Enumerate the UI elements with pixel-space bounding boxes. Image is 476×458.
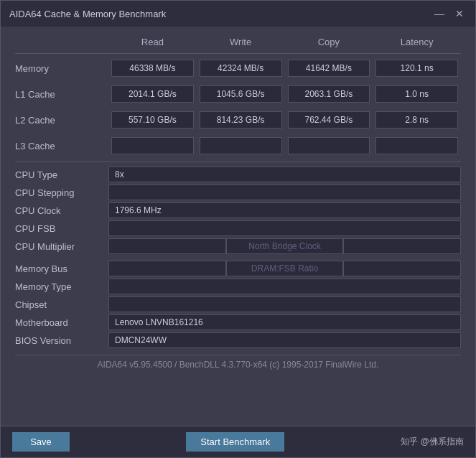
l1-latency-value: 1.0 ns [375, 85, 458, 103]
write-header: Write [197, 34, 285, 50]
dram-fsb-label: DRAM:FSB Ratio [226, 261, 344, 276]
l2-copy-value: 762.44 GB/s [288, 111, 370, 128]
window-title: AIDA64 Cache & Memory Benchmark [9, 9, 166, 19]
memory-latency-value: 120.1 ns [375, 60, 458, 77]
cpu-stepping-row: CPU Stepping [15, 184, 461, 200]
memory-write-value: 42324 MB/s [200, 60, 282, 77]
memory-bus-label: Memory Bus [15, 263, 108, 274]
memory-copy-value: 41642 MB/s [288, 60, 370, 77]
chipset-label: Chipset [15, 299, 108, 310]
memory-type-label: Memory Type [15, 281, 108, 292]
cpu-multiplier-row: CPU Multiplier North Bridge Clock [15, 238, 461, 254]
memory-bus-value [108, 261, 226, 276]
cpu-type-value: 8x [108, 167, 461, 182]
l1-copy-cell: 2063.1 GB/s [285, 84, 373, 104]
dram-fsb-value [343, 261, 461, 276]
l2-latency-value: 2.8 ns [375, 111, 458, 128]
l3-copy-cell [285, 136, 373, 156]
cpu-stepping-label: CPU Stepping [15, 187, 108, 198]
main-window: AIDA64 Cache & Memory Benchmark — ✕ Read… [0, 0, 476, 458]
l1-label: L1 Cache [15, 89, 108, 100]
benchmark-section: Memory 46338 MB/s 42324 MB/s 41642 MB/s … [15, 53, 461, 162]
north-bridge-value [343, 238, 461, 254]
memory-copy-cell: 41642 MB/s [285, 58, 373, 78]
cpu-stepping-value [108, 184, 461, 200]
l1-read-value: 2014.1 GB/s [111, 85, 194, 103]
bios-value: DMCN24WW [108, 332, 461, 348]
memory-bus-row: Memory Bus DRAM:FSB Ratio [15, 261, 461, 276]
l2-latency-cell: 2.8 ns [373, 110, 461, 130]
cpu-type-row: CPU Type 8x [15, 167, 461, 182]
l3-copy-value [288, 137, 370, 154]
l2-copy-cell: 762.44 GB/s [285, 110, 373, 130]
l3-read-value [111, 137, 194, 154]
footer-text: AIDA64 v5.95.4500 / BenchDLL 4.3.770-x64… [98, 360, 379, 370]
cpu-type-label: CPU Type [15, 169, 108, 180]
memory-type-row: Memory Type [15, 279, 461, 294]
close-button[interactable]: ✕ [452, 9, 467, 19]
l2-write-value: 814.23 GB/s [200, 111, 282, 128]
motherboard-row: Motherboard Lenovo LNVNB161216 [15, 314, 461, 330]
cpu-clock-row: CPU Clock 1796.6 MHz [15, 202, 461, 218]
l1-latency-cell: 1.0 ns [373, 84, 461, 104]
memory-read-value: 46338 MB/s [111, 60, 194, 77]
l3-write-cell [197, 136, 285, 156]
read-header: Read [108, 34, 197, 50]
footer-info: AIDA64 v5.95.4500 / BenchDLL 4.3.770-x64… [15, 355, 461, 373]
memory-label: Memory [15, 63, 108, 74]
l3-label: L3 Cache [15, 141, 108, 151]
bios-label: BIOS Version [15, 335, 108, 346]
benchmark-button[interactable]: Start Benchmark [186, 432, 284, 452]
l2-read-cell: 557.10 GB/s [108, 110, 197, 130]
save-button[interactable]: Save [12, 432, 70, 452]
cpu-multiplier-value [108, 238, 226, 254]
north-bridge-label: North Bridge Clock [226, 238, 344, 254]
l2-write-cell: 814.23 GB/s [197, 110, 285, 130]
cpu-fsb-value [108, 220, 461, 236]
l3-write-value [200, 137, 282, 154]
chipset-row: Chipset [15, 296, 461, 312]
memory-write-cell: 42324 MB/s [197, 58, 285, 78]
l3-read-cell [108, 136, 197, 156]
column-headers: Read Write Copy Latency [15, 34, 461, 50]
watermark-text: 知乎 @佛系指南 [401, 436, 464, 448]
l3-cache-row: L3 Cache [15, 136, 461, 156]
cpu-clock-value: 1796.6 MHz [108, 202, 461, 218]
cpu-fsb-label: CPU FSB [15, 223, 108, 234]
l1-write-value: 1045.6 GB/s [200, 85, 282, 103]
cpu-clock-label: CPU Clock [15, 205, 108, 216]
cpu-multiplier-label: CPU Multiplier [15, 241, 108, 252]
title-bar: AIDA64 Cache & Memory Benchmark — ✕ [1, 1, 475, 27]
info-section: CPU Type 8x CPU Stepping CPU Clock 1796.… [15, 162, 461, 355]
l1-read-cell: 2014.1 GB/s [108, 84, 197, 104]
l3-latency-value [375, 137, 458, 154]
l2-read-value: 557.10 GB/s [111, 111, 194, 128]
l2-label: L2 Cache [15, 115, 108, 126]
memory-type-value [108, 279, 461, 294]
l1-write-cell: 1045.6 GB/s [197, 84, 285, 104]
cpu-fsb-row: CPU FSB [15, 220, 461, 236]
l1-cache-row: L1 Cache 2014.1 GB/s 1045.6 GB/s 2063.1 … [15, 84, 461, 104]
label-header [15, 34, 108, 50]
minimize-button[interactable]: — [432, 9, 447, 19]
l1-copy-value: 2063.1 GB/s [288, 85, 370, 103]
memory-row: Memory 46338 MB/s 42324 MB/s 41642 MB/s … [15, 58, 461, 78]
bios-row: BIOS Version DMCN24WW [15, 332, 461, 348]
chipset-value [108, 296, 461, 312]
l3-latency-cell [373, 136, 461, 156]
content-area: Read Write Copy Latency Memory 46338 MB/… [1, 27, 475, 426]
memory-latency-cell: 120.1 ns [373, 58, 461, 78]
latency-header: Latency [373, 34, 461, 50]
bottom-bar: Save Start Benchmark 知乎 @佛系指南 [1, 426, 475, 457]
motherboard-label: Motherboard [15, 317, 108, 328]
memory-read-cell: 46338 MB/s [108, 58, 197, 78]
copy-header: Copy [285, 34, 373, 50]
l2-cache-row: L2 Cache 557.10 GB/s 814.23 GB/s 762.44 … [15, 110, 461, 130]
title-controls: — ✕ [432, 9, 467, 19]
motherboard-value: Lenovo LNVNB161216 [108, 314, 461, 330]
